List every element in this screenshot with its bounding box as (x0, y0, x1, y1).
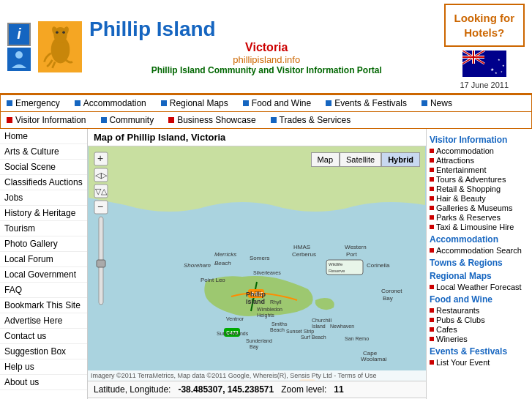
rs-item-acc-search[interactable]: Accommodation Search (430, 246, 529, 255)
rs-item-pubs[interactable]: Pubs & Clubs (430, 316, 529, 324)
sidebar-item-about[interactable]: About us (0, 375, 87, 390)
sidebar-item-jobs[interactable]: Jobs (0, 190, 87, 206)
svg-text:Newhaven: Newhaven (330, 324, 354, 329)
map-btn-hybrid[interactable]: Hybrid (381, 152, 420, 167)
sidebar-item-classifieds[interactable]: Classifieds Auctions (0, 175, 87, 190)
svg-text:Beach: Beach (270, 327, 285, 332)
sidebar-item-help[interactable]: Help us (0, 359, 87, 375)
nav2-business-link[interactable]: Business Showcase (177, 115, 255, 125)
map-title: Map of Phillip Island, Victoria (88, 129, 426, 146)
svg-text:Surf Beach: Surf Beach (301, 335, 326, 340)
rs-header-visitor-info: Visitor Information (430, 135, 529, 145)
svg-text:★: ★ (495, 71, 498, 75)
rs-square-icon (430, 215, 434, 220)
rs-item-entertainment[interactable]: Entertainment (430, 165, 529, 174)
second-navigation: Visitor Information Community Business S… (0, 112, 532, 129)
map-btn-satellite[interactable]: Satellite (340, 152, 381, 167)
sidebar-item-home[interactable]: Home (0, 129, 87, 144)
rs-square-icon (430, 248, 434, 253)
rs-item-retail[interactable]: Retail & Shopping (430, 184, 529, 193)
nav-square-icon (243, 100, 249, 106)
rs-header-events: Events & Festivals (430, 346, 529, 357)
rs-square-icon (430, 318, 434, 322)
rs-item-parks[interactable]: Parks & Reserves (430, 213, 529, 222)
rs-square-icon (430, 308, 434, 313)
lat-lon-value: -38.485307, 145.238571 (178, 384, 274, 395)
sidebar-item-suggestion[interactable]: Suggestion Box (0, 344, 87, 359)
nav-events[interactable]: Events & Festivals (326, 98, 407, 108)
svg-text:Coronet: Coronet (381, 288, 402, 294)
map-btn-map[interactable]: Map (311, 152, 340, 167)
svg-text:Port: Port (346, 251, 357, 258)
sidebar-item-social[interactable]: Social Scene (0, 160, 87, 175)
nav-food-wine[interactable]: Food and Wine (243, 98, 311, 108)
nav2-business[interactable]: Business Showcase (168, 115, 255, 125)
rs-square-icon (430, 177, 434, 182)
sidebar-item-history[interactable]: History & Heritage (0, 206, 87, 221)
rs-header-towns: Towns & Regions (430, 258, 529, 268)
svg-text:★: ★ (501, 70, 503, 73)
nav-events-link[interactable]: Events & Festivals (334, 98, 407, 108)
sidebar-item-local-gov[interactable]: Local Government (0, 267, 87, 283)
rs-item-taxi[interactable]: Taxi & Limousine Hire (430, 223, 529, 231)
nav-emergency-link[interactable]: Emergency (15, 98, 60, 108)
nav-red-square-icon (168, 117, 174, 123)
rs-item-list-event[interactable]: List Your Event (430, 358, 529, 367)
site-url: phillipisland.info (89, 54, 444, 65)
rs-item-hair[interactable]: Hair & Beauty (430, 194, 529, 203)
nav2-visitor-info[interactable]: Visitor Information (7, 115, 86, 125)
center-content: Map of Phillip Island, Victoria A420 (88, 129, 426, 399)
svg-text:★: ★ (490, 67, 494, 72)
sidebar-item-advertise[interactable]: Advertise Here (0, 313, 87, 329)
nav-accommodation[interactable]: Accommodation (75, 98, 146, 108)
rs-item-restaurants[interactable]: Restaurants (430, 306, 529, 315)
svg-text:Island: Island (312, 324, 326, 329)
sidebar-item-faq[interactable]: FAQ (0, 283, 87, 298)
nav-square-icon (161, 100, 167, 106)
svg-text:Smiths: Smiths (271, 321, 288, 327)
hotel-box[interactable]: Looking for Hotels? (444, 4, 525, 47)
rs-square-icon (430, 360, 434, 365)
rs-item-accommodation[interactable]: Accommodation (430, 146, 529, 155)
svg-text:Silverleaves: Silverleaves (253, 270, 281, 275)
rs-item-attractions[interactable]: Attractions (430, 156, 529, 165)
svg-text:Rhyll: Rhyll (270, 299, 282, 305)
rs-item-wineries[interactable]: Wineries (430, 335, 529, 343)
nav2-community[interactable]: Community (101, 115, 154, 125)
svg-text:Island: Island (246, 298, 265, 305)
nav-square-icon (75, 100, 80, 106)
info-icon: i (7, 23, 31, 46)
svg-text:Beach: Beach (214, 260, 231, 266)
svg-text:Phillip: Phillip (246, 291, 266, 298)
nav-news[interactable]: News (422, 98, 452, 108)
kangaroo-logo (38, 21, 82, 72)
sidebar-item-local-forum[interactable]: Local Forum (0, 252, 87, 267)
nav-regional-maps[interactable]: Regional Maps (161, 98, 228, 108)
google-copyright: Imagery ©2011 TerraMetrics, Map data ©20… (88, 370, 426, 381)
sidebar-item-contact[interactable]: Contact us (0, 329, 87, 344)
map-container[interactable]: A420 C473 Merricks Beach Shoreham Point … (88, 146, 426, 381)
rs-item-tours[interactable]: Tours & Adventures (430, 175, 529, 184)
rs-item-cafes[interactable]: Cafes (430, 325, 529, 334)
nav-accommodation-link[interactable]: Accommodation (83, 98, 146, 108)
rs-item-weather[interactable]: Local Weather Forecast (430, 283, 529, 291)
nav-regional-maps-link[interactable]: Regional Maps (170, 98, 228, 108)
svg-text:Heights: Heights (257, 313, 274, 318)
nav2-trades[interactable]: Trades & Services (271, 115, 351, 125)
site-tagline: Phillip Island Community and Visitor Inf… (89, 65, 444, 75)
australian-flag: ★ ★ ★ ★ ★ (462, 51, 506, 77)
sidebar-item-tourism[interactable]: Tourism (0, 221, 87, 236)
nav2-trades-link[interactable]: Trades & Services (280, 115, 351, 125)
nav2-community-link[interactable]: Community (110, 115, 154, 125)
svg-text:Somers: Somers (250, 255, 270, 261)
nav2-visitor-info-link[interactable]: Visitor Information (15, 115, 86, 125)
sidebar-item-bookmark[interactable]: Bookmark This Site (0, 298, 87, 313)
rs-item-galleries[interactable]: Galleries & Museums (430, 204, 529, 212)
svg-point-5 (56, 31, 59, 34)
nav-food-wine-link[interactable]: Food and Wine (252, 98, 311, 108)
rs-square-icon (430, 187, 434, 191)
nav-news-link[interactable]: News (430, 98, 452, 108)
sidebar-item-arts[interactable]: Arts & Culture (0, 144, 87, 160)
sidebar-item-photo-gallery[interactable]: Photo Gallery (0, 236, 87, 252)
nav-emergency[interactable]: Emergency (7, 98, 60, 108)
